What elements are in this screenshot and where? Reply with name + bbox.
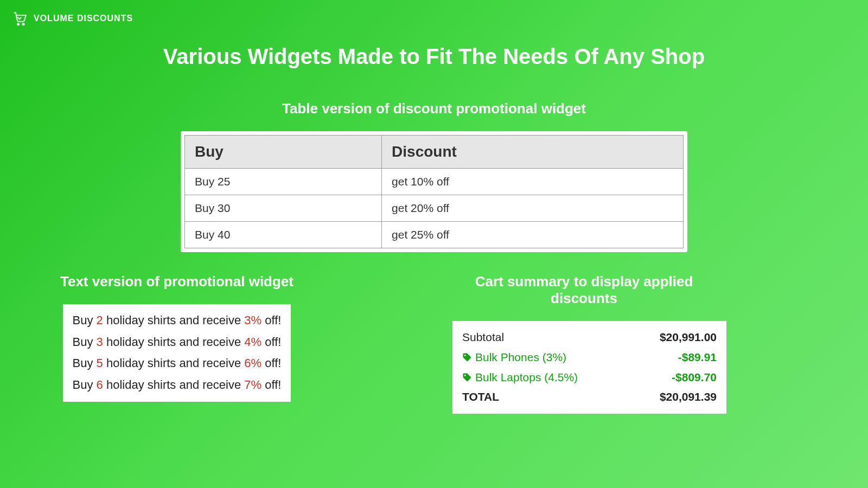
text-widget-section: Text version of promotional widget Buy 2… bbox=[41, 273, 312, 402]
pct-accent: 4% bbox=[244, 335, 261, 349]
column-header-discount: Discount bbox=[382, 136, 684, 169]
cart-widget-frame: Subtotal $20,991.00 Bulk Phones (3%) -$8… bbox=[452, 321, 726, 414]
text-line: Buy 2 holiday shirts and receive 3% off! bbox=[73, 310, 282, 331]
text-line: Buy 3 holiday shirts and receive 4% off! bbox=[73, 331, 282, 353]
total-label: TOTAL bbox=[462, 387, 499, 407]
qty-accent: 2 bbox=[97, 313, 103, 327]
discount-label: Bulk Laptops (4.5%) bbox=[462, 368, 578, 388]
discount-label: Bulk Phones (3%) bbox=[462, 348, 566, 368]
brand-logo: VOLUME DISCOUNTS bbox=[12, 11, 133, 26]
table-widget-heading: Table version of discount promotional wi… bbox=[181, 100, 687, 117]
qty-accent: 3 bbox=[97, 335, 103, 349]
discount-table: Buy Discount Buy 25 get 10% off Buy 30 g… bbox=[184, 135, 684, 248]
cell-discount: get 10% off bbox=[382, 169, 684, 195]
cart-subtotal-row: Subtotal $20,991.00 bbox=[462, 328, 717, 348]
text-line: Buy 5 holiday shirts and receive 6% off! bbox=[73, 352, 282, 374]
page-title: Various Widgets Made to Fit The Needs Of… bbox=[0, 44, 868, 69]
subtotal-value: $20,991.00 bbox=[660, 328, 717, 348]
qty-accent: 5 bbox=[97, 356, 103, 370]
subtotal-label: Subtotal bbox=[462, 328, 504, 348]
text-line: Buy 6 holiday shirts and receive 7% off! bbox=[73, 374, 282, 396]
cell-buy: Buy 25 bbox=[185, 169, 382, 195]
cart-discount-row: Bulk Laptops (4.5%) -$809.70 bbox=[462, 368, 717, 388]
brand-name: VOLUME DISCOUNTS bbox=[34, 14, 133, 23]
text-widget-heading: Text version of promotional widget bbox=[41, 273, 312, 290]
discount-value: -$809.70 bbox=[672, 368, 717, 388]
cell-discount: get 20% off bbox=[382, 195, 684, 222]
total-value: $20,091.39 bbox=[660, 387, 717, 407]
pct-accent: 6% bbox=[244, 356, 261, 370]
svg-point-1 bbox=[22, 23, 24, 25]
table-row: Buy 30 get 20% off bbox=[185, 195, 684, 222]
pct-accent: 7% bbox=[244, 378, 261, 391]
qty-accent: 6 bbox=[97, 378, 103, 391]
text-widget-frame: Buy 2 holiday shirts and receive 3% off!… bbox=[63, 304, 291, 402]
table-row: Buy 40 get 25% off bbox=[185, 222, 684, 248]
cell-discount: get 25% off bbox=[382, 222, 684, 248]
tag-icon bbox=[462, 369, 472, 378]
tag-icon bbox=[462, 349, 472, 358]
cart-discount-row: Bulk Phones (3%) -$89.91 bbox=[462, 348, 717, 368]
cell-buy: Buy 40 bbox=[185, 222, 382, 248]
cart-icon bbox=[12, 11, 27, 26]
table-widget-frame: Buy Discount Buy 25 get 10% off Buy 30 g… bbox=[181, 131, 687, 252]
discount-value: -$89.91 bbox=[678, 348, 717, 368]
cell-buy: Buy 30 bbox=[185, 195, 382, 222]
svg-point-0 bbox=[17, 23, 19, 25]
pct-accent: 3% bbox=[244, 313, 261, 327]
column-header-buy: Buy bbox=[185, 136, 382, 169]
cart-widget-heading: Cart summary to display applied discount… bbox=[452, 273, 716, 307]
cart-widget-section: Cart summary to display applied discount… bbox=[452, 273, 716, 414]
table-row: Buy 25 get 10% off bbox=[185, 169, 684, 195]
table-widget-section: Table version of discount promotional wi… bbox=[181, 100, 687, 252]
cart-total-row: TOTAL $20,091.39 bbox=[462, 387, 717, 407]
